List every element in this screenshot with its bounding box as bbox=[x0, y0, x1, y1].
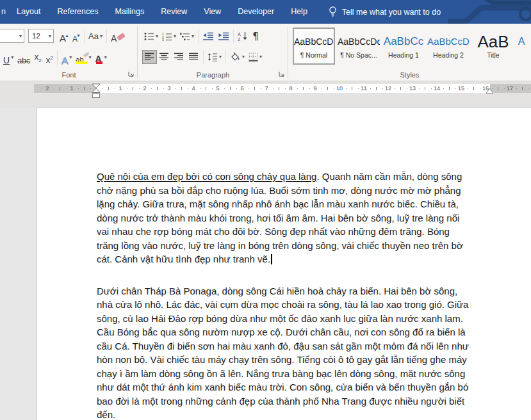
tell-me-box[interactable]: Tell me what you want to do bbox=[329, 6, 441, 18]
borders-button[interactable]: ▾ bbox=[247, 49, 264, 65]
ruler-tick bbox=[522, 87, 523, 90]
sort-button[interactable]: A Z bbox=[236, 29, 250, 44]
ruler-tick bbox=[279, 87, 279, 90]
chevron-down-icon[interactable]: ▾ bbox=[259, 54, 262, 60]
font-name-combobox[interactable]: ▾ bbox=[0, 29, 24, 43]
font-group: ▾ 12 ▾ A▲ A▼ Aa▾ A bbox=[0, 24, 138, 81]
ruler-tick bbox=[176, 88, 176, 89]
sort-az-icon: A Z bbox=[238, 31, 248, 41]
ruler-number: 3 bbox=[167, 85, 170, 92]
strikethrough-button[interactable]: abc bbox=[15, 50, 32, 65]
align-center-icon bbox=[159, 52, 169, 61]
font-size-value: 12 bbox=[32, 32, 40, 40]
ruler-tick bbox=[395, 88, 395, 89]
ruler-tick bbox=[60, 87, 60, 90]
text-line: Cầu Bóng bắc qua sông nườm nượp xe cộ. D… bbox=[97, 325, 495, 339]
style-heading-2[interactable]: AaBbCcD Heading 2 bbox=[427, 28, 470, 65]
chevron-down-icon[interactable]: ▾ bbox=[219, 54, 222, 60]
paragraph-1: Quê nội của em đẹp bởi có con sông chảy … bbox=[97, 170, 495, 266]
ruler-number: 15 bbox=[458, 85, 464, 92]
ruler-number: 13 bbox=[409, 85, 416, 92]
ruler-tick bbox=[443, 88, 444, 89]
style-heading-1[interactable]: AaBbCc Heading 1 bbox=[382, 28, 425, 65]
ruler-number: 14 bbox=[434, 85, 440, 92]
paint-bucket-icon bbox=[230, 52, 241, 61]
style-partial[interactable]: A bbox=[517, 28, 526, 65]
font-color-button[interactable]: A ▾ bbox=[94, 50, 109, 65]
align-left-icon bbox=[145, 52, 154, 61]
divider bbox=[233, 29, 234, 44]
chevron-down-icon[interactable]: ▾ bbox=[69, 54, 72, 60]
ruler-number: 2 bbox=[143, 85, 146, 92]
underlined-sentence: Quê nội của em đẹp bởi có con sông chảy … bbox=[97, 171, 316, 182]
align-right-button[interactable] bbox=[172, 50, 186, 64]
decrease-indent-icon bbox=[202, 32, 214, 40]
chevron-down-icon[interactable]: ▾ bbox=[89, 54, 92, 60]
tab-review[interactable]: Review bbox=[152, 0, 195, 24]
justify-button[interactable] bbox=[186, 50, 201, 64]
numbering-button[interactable]: 1 2 3 ▾ bbox=[160, 29, 178, 44]
ruler-tick bbox=[376, 87, 377, 90]
tab-partial-design[interactable]: n bbox=[0, 0, 8, 24]
ruler-tick bbox=[455, 88, 456, 89]
right-indent-marker[interactable] bbox=[485, 86, 495, 94]
ribbon: ▾ 12 ▾ A▲ A▼ Aa▾ A bbox=[0, 24, 531, 81]
grow-font-button[interactable]: A▲ bbox=[58, 29, 70, 44]
ruler[interactable]: 211234567891011121314151617 bbox=[0, 81, 531, 108]
ruler-tick bbox=[334, 88, 334, 89]
font-dialog-launcher[interactable] bbox=[127, 70, 135, 78]
paragraph-dialog-launcher[interactable] bbox=[278, 70, 286, 78]
document-page[interactable]: Quê nội của em đẹp bởi có con sông chảy … bbox=[37, 108, 531, 420]
tab-developer[interactable]: Developer bbox=[229, 0, 282, 24]
chevron-down-icon[interactable]: ▾ bbox=[192, 33, 194, 39]
shading-button[interactable]: ▾ bbox=[228, 49, 247, 65]
chevron-down-icon[interactable]: ▾ bbox=[242, 54, 245, 60]
ruler-tick bbox=[309, 88, 310, 89]
align-left-button[interactable] bbox=[142, 50, 157, 64]
ruler-number: 6 bbox=[240, 85, 243, 92]
indent-markers[interactable] bbox=[91, 83, 101, 99]
style-no-spacing[interactable]: AaBbCcDc ¶ No Spac... bbox=[338, 28, 380, 65]
ruler-number: 9 bbox=[313, 85, 316, 92]
ruler-tick bbox=[188, 88, 188, 89]
ruler-tick bbox=[133, 87, 133, 90]
ruler-band[interactable]: 211234567891011121314151617 bbox=[34, 84, 531, 93]
show-paragraph-marks-button[interactable]: ¶ bbox=[250, 29, 261, 44]
tab-references[interactable]: References bbox=[49, 0, 106, 24]
ruler-tick bbox=[261, 88, 261, 89]
chevron-down-icon[interactable]: ▾ bbox=[156, 33, 158, 39]
chevron-down-icon[interactable]: ▾ bbox=[11, 54, 13, 60]
chevron-down-icon[interactable]: ▾ bbox=[104, 54, 107, 60]
decrease-indent-button[interactable] bbox=[200, 29, 216, 44]
increase-indent-button[interactable] bbox=[216, 29, 231, 44]
align-center-button[interactable] bbox=[157, 50, 172, 64]
clear-formatting-button[interactable]: A bbox=[109, 29, 124, 44]
ruler-tick bbox=[327, 87, 328, 90]
style-normal[interactable]: AaBbCcDc ¶ Normal bbox=[293, 28, 335, 65]
subscript-button[interactable]: x2 bbox=[32, 50, 44, 65]
corner-decoration-graphic bbox=[448, 0, 531, 24]
tab-view[interactable]: View bbox=[195, 0, 229, 24]
multilevel-list-button[interactable]: ▾ bbox=[178, 29, 196, 44]
ruler-tick bbox=[102, 88, 103, 89]
tab-layout[interactable]: Layout bbox=[8, 0, 49, 24]
ruler-tick bbox=[254, 87, 255, 90]
superscript-button[interactable]: x2 bbox=[44, 50, 55, 65]
chevron-down-icon[interactable]: ▾ bbox=[174, 33, 176, 39]
tab-help[interactable]: Help bbox=[282, 0, 316, 24]
increase-indent-icon bbox=[218, 32, 229, 40]
text-effects-button[interactable]: A▾ bbox=[60, 50, 74, 65]
ruler-tick bbox=[504, 88, 505, 89]
style-title[interactable]: AaB Title bbox=[472, 28, 514, 65]
chevron-down-icon[interactable]: ▾ bbox=[49, 33, 51, 39]
font-size-combobox[interactable]: 12 ▾ bbox=[28, 29, 54, 43]
text-highlight-button[interactable]: ab ▾ bbox=[74, 50, 93, 65]
bullets-button[interactable]: ▾ bbox=[142, 29, 160, 44]
shrink-font-button[interactable]: A▼ bbox=[70, 29, 82, 44]
underline-button[interactable]: U▾ bbox=[1, 50, 15, 65]
change-case-button[interactable]: Aa▾ bbox=[86, 29, 104, 44]
tab-mailings[interactable]: Mailings bbox=[106, 0, 152, 24]
text-line: nhà cửa lô nhô. Lác đác, vài cụm dừa mọc… bbox=[97, 298, 495, 312]
chevron-down-icon[interactable]: ▾ bbox=[19, 33, 22, 39]
line-spacing-button[interactable]: ▾ bbox=[206, 49, 224, 65]
